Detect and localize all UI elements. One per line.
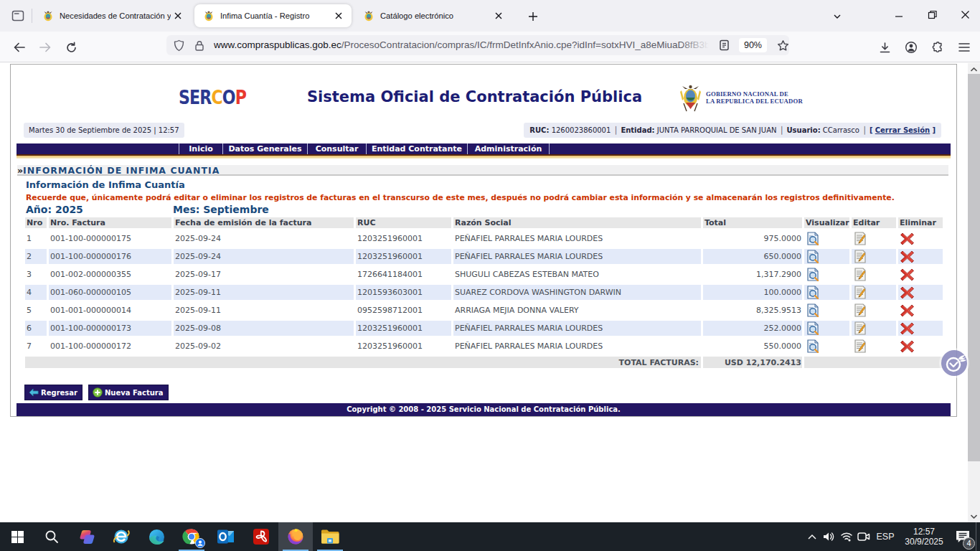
firefox-button[interactable] [278, 522, 313, 551]
view-invoice-icon[interactable] [806, 321, 819, 335]
delete-invoice-icon[interactable] [900, 286, 914, 299]
firefox-view-button[interactable] [7, 8, 29, 24]
zoom-level-button[interactable]: 90% [739, 38, 767, 52]
system-tray: ESP 12:57 30/9/2025 4 [804, 522, 980, 551]
floating-timer-widget[interactable] [939, 348, 969, 378]
warning-text: Recuerde que, únicamente podrá editar o … [26, 193, 895, 202]
delete-invoice-icon[interactable] [900, 340, 914, 353]
forward-button[interactable] [34, 37, 56, 58]
delete-invoice-icon[interactable] [900, 232, 914, 245]
edit-invoice-icon[interactable] [854, 303, 867, 317]
outlook-button[interactable] [209, 522, 243, 551]
cell-total: 650.0000 [703, 249, 802, 264]
language-indicator[interactable]: ESP [872, 532, 898, 542]
reader-mode-icon[interactable] [719, 39, 730, 51]
network-button[interactable] [838, 522, 855, 551]
cell-factura: 001-100-000000173 [49, 321, 171, 336]
tab-close-icon[interactable] [331, 9, 346, 23]
acrobat-button[interactable] [244, 522, 278, 551]
downloads-button[interactable] [874, 37, 895, 58]
tray-chevron-button[interactable] [804, 522, 821, 551]
invoices-table: Nro Nro. Factura Fecha de emisión de la … [23, 215, 945, 371]
url-bar[interactable]: www.compraspublicas.gob.ec/ProcesoContra… [166, 35, 789, 55]
cell-visualizar [804, 249, 849, 264]
copyright-footer: Copyright © 2008 - 2025 Servicio Naciona… [17, 403, 951, 416]
extensions-button[interactable] [927, 37, 948, 58]
tab-close-icon[interactable] [491, 9, 506, 23]
menu-item-entidad-contratante[interactable]: Entidad Contratante [366, 143, 467, 154]
page-scrollbar[interactable] [968, 63, 980, 522]
meet-now-button[interactable] [855, 522, 872, 551]
cell-editar [852, 339, 896, 354]
view-invoice-icon[interactable] [806, 339, 819, 353]
back-button[interactable] [9, 37, 30, 58]
menu-item-inicio[interactable]: Inicio [179, 143, 222, 154]
menu-item-administracion[interactable]: Administración [467, 143, 550, 154]
window-close-button[interactable] [948, 0, 980, 29]
edit-invoice-icon[interactable] [854, 232, 867, 245]
edit-invoice-icon[interactable] [854, 286, 867, 299]
view-invoice-icon[interactable] [806, 232, 819, 245]
cell-visualizar [804, 321, 849, 336]
view-invoice-icon[interactable] [806, 268, 819, 281]
logout-link[interactable]: Cerrar Sesión [875, 126, 930, 134]
search-button[interactable] [34, 522, 69, 551]
app-menu-button[interactable] [953, 37, 975, 58]
table-row: 4 001-060-000000105 2025-09-11 120159360… [25, 285, 943, 300]
delete-invoice-icon[interactable] [900, 268, 914, 281]
tab-catalogo[interactable]: Catálogo electrónico [354, 4, 512, 27]
tab-necesidades[interactable]: Necesidades de Contratación y [34, 4, 191, 27]
edge-icon [148, 528, 166, 546]
notification-center-button[interactable]: 4 [950, 522, 976, 551]
page-viewport: SERCOP Sistema Oficial de Contratación P… [0, 63, 980, 522]
cell-fecha: 2025-09-24 [174, 249, 354, 264]
scrollbar-down-button[interactable] [968, 510, 980, 522]
tab-infima-cuantia[interactable]: Infima Cuantía - Registro [194, 4, 352, 27]
edit-invoice-icon[interactable] [854, 268, 867, 281]
window-restore-button[interactable] [915, 0, 948, 29]
internet-explorer-button[interactable] [104, 522, 138, 551]
edit-invoice-icon[interactable] [854, 250, 867, 263]
nueva-factura-button[interactable]: Nueva Factura [88, 385, 169, 400]
delete-invoice-icon[interactable] [900, 322, 914, 335]
menu-item-consultar[interactable]: Consultar [307, 143, 366, 154]
delete-invoice-icon[interactable] [900, 304, 914, 317]
chrome-button[interactable] [174, 522, 209, 551]
clock[interactable]: 12:57 30/9/2025 [898, 527, 950, 547]
speaker-icon [823, 532, 836, 542]
start-button[interactable] [0, 522, 34, 551]
new-tab-button[interactable] [524, 7, 542, 26]
total-label: TOTAL FACTURAS: [25, 357, 701, 368]
account-button[interactable] [900, 37, 922, 58]
ecuador-favicon [363, 10, 374, 22]
volume-button[interactable] [821, 522, 838, 551]
edit-invoice-icon[interactable] [854, 339, 867, 353]
cell-fecha: 2025-09-24 [174, 231, 354, 246]
chevron-up-icon [808, 534, 816, 540]
url-fade [680, 38, 709, 52]
scrollbar-thumb[interactable] [968, 74, 980, 461]
edit-invoice-icon[interactable] [854, 321, 867, 335]
cell-nro: 2 [25, 249, 47, 264]
plus-icon [528, 11, 538, 22]
view-invoice-icon[interactable] [806, 250, 819, 263]
cell-total: 252.0000 [703, 321, 802, 336]
view-invoice-icon[interactable] [806, 286, 819, 299]
tab-close-icon[interactable] [171, 9, 185, 23]
cell-eliminar [898, 339, 943, 354]
reload-button[interactable] [60, 37, 82, 58]
main-menu: Inicio Datos Generales Consultar Entidad… [17, 143, 951, 156]
file-explorer-button[interactable] [313, 522, 347, 551]
copilot-button[interactable] [70, 522, 104, 551]
window-minimize-button[interactable] [882, 0, 915, 29]
time: 12:57 [898, 527, 950, 537]
regresar-button[interactable]: Regresar [24, 385, 83, 400]
list-all-tabs-button[interactable] [828, 7, 847, 26]
menu-item-datos-generales[interactable]: Datos Generales [222, 143, 307, 154]
edge-button[interactable] [139, 522, 174, 551]
view-invoice-icon[interactable] [806, 303, 819, 317]
show-desktop-button[interactable] [976, 522, 980, 551]
bookmark-star-icon[interactable] [777, 39, 789, 52]
cell-razon: PEÑAFIEL PARRALES MARIA LOURDES [453, 339, 701, 354]
delete-invoice-icon[interactable] [900, 250, 914, 263]
